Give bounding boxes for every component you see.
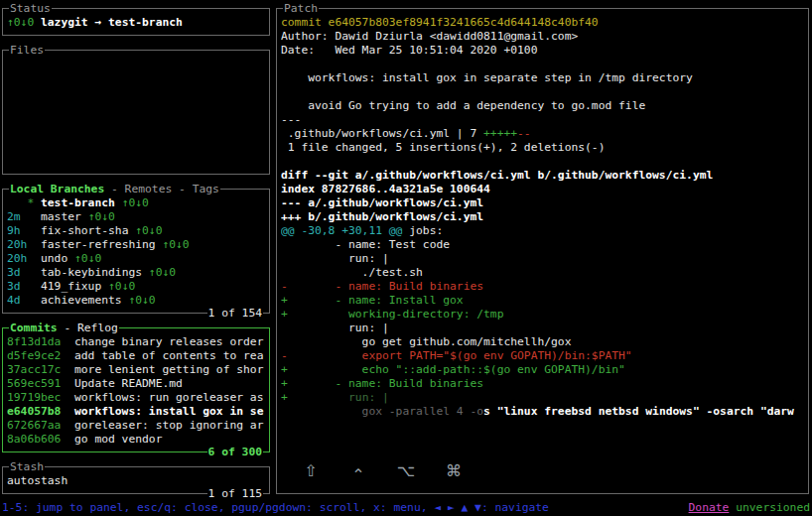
patch-panel[interactable]: Patch commit e64057b803ef8941f3241665c4d…: [276, 8, 809, 494]
text-segment: 6 of 300: [208, 446, 262, 458]
patch-line: --- a/.github/workflows/ci.yml: [281, 196, 807, 210]
text-segment: avoid Go trying to add a dependency to g…: [281, 99, 645, 112]
branches-panel-title[interactable]: Local Branches - Remotes - Tags: [9, 183, 220, 196]
status-panel-title: Status: [9, 2, 52, 16]
patch-line: index 87827686..4a321a5e 100644: [281, 183, 807, 196]
text-segment: ⇧: [301, 460, 321, 482]
text-segment: 1 of 115: [208, 487, 262, 500]
branch-row[interactable]: 2m master ↑0↓0: [7, 210, 268, 224]
branch-row[interactable]: 3d tab-keybindings ↑0↓0: [7, 266, 268, 280]
text-segment: diff --git a/.github/workflows/ci.yml b/…: [281, 169, 713, 182]
branch-row[interactable]: 4d achievements ↑0↓0: [7, 294, 268, 308]
patch-line: + run: |: [281, 391, 807, 405]
text-segment: more lenient getting of shor: [74, 363, 263, 376]
text-segment: faster-refreshing: [41, 238, 162, 251]
donate-link[interactable]: Donate: [689, 501, 730, 514]
branch-row[interactable]: 20h undo ↑0↓0: [7, 252, 268, 266]
text-segment: 3d: [7, 266, 41, 279]
status-line: ↑0↓0 lazygit → test-branch: [7, 16, 268, 30]
text-segment: - Remotes - Tags: [104, 183, 219, 195]
patch-panel-title: Patch: [283, 2, 319, 16]
text-segment: ↑0↓0: [128, 294, 155, 307]
patch-line: +++ b/.github/workflows/ci.yml: [281, 210, 807, 224]
keybinding-hints: 1-5: jump to panel, esc/q: close, pgup/p…: [2, 501, 549, 515]
text-segment: 20h: [7, 252, 41, 265]
text-segment: 8a06b606: [7, 433, 74, 446]
text-segment: + - name: Build binaries: [281, 377, 483, 390]
patch-line: ---: [281, 113, 807, 127]
text-segment: d5fe9ce2: [7, 349, 74, 362]
commit-row[interactable]: 569ec591 Update README.md: [7, 377, 268, 391]
patch-line: ./test.sh: [281, 266, 807, 280]
text-segment: 419_fixup: [41, 280, 108, 293]
commit-row[interactable]: 37acc17c more lenient getting of shor: [7, 363, 268, 377]
keycast-overlay: ⇧⌃⌥⌘: [301, 460, 491, 482]
branches-content: * test-branch ↑0↓02m master ↑0↓09h fix-s…: [7, 196, 268, 308]
patch-line: commit e64057b803ef8941f3241665c4d644148…: [281, 16, 807, 30]
text-segment: autostash: [7, 474, 68, 487]
patch-line: + - name: Build binaries: [281, 377, 807, 391]
text-segment: --- a/.github/workflows/ci.yml: [281, 196, 483, 209]
patch-line: diff --git a/.github/workflows/ci.yml b/…: [281, 169, 807, 183]
branches-count: 1 of 154: [207, 307, 263, 321]
commits-panel-title[interactable]: Commits - Reflog: [9, 322, 119, 335]
patch-line: .github/workflows/ci.yml | 7 +++++--: [281, 127, 807, 141]
text-segment: ↑0↓0: [149, 266, 176, 279]
text-segment: gox -parallel 4 -o: [281, 405, 483, 418]
text-segment: + - name: Install gox: [281, 294, 464, 307]
commits-content: 8f13d1da change binary releases orderd5f…: [7, 335, 268, 447]
commit-row[interactable]: 8f13d1da change binary releases order: [7, 335, 268, 349]
stash-row[interactable]: autostash: [7, 474, 268, 488]
stash-count: 1 of 115: [207, 487, 263, 501]
text-segment: 1-5: jump to panel, esc/q: close, pgup/p…: [2, 501, 549, 514]
text-segment: unversioned: [729, 501, 810, 514]
patch-line: - - name: Build binaries: [281, 280, 807, 294]
text-segment: *: [7, 196, 41, 209]
commits-panel[interactable]: Commits - Reflog 8f13d1da change binary …: [2, 327, 270, 452]
patch-line: - name: Test code: [281, 238, 807, 252]
files-panel[interactable]: Files: [2, 50, 270, 175]
branch-row[interactable]: 9h fix-short-sha ↑0↓0: [7, 224, 268, 238]
commit-row[interactable]: d5fe9ce2 add table of contents to rea: [7, 349, 268, 363]
text-segment: e64057b8: [7, 405, 74, 418]
text-segment: Files: [10, 44, 44, 57]
text-segment: ./test.sh: [281, 266, 423, 279]
commit-row[interactable]: e64057b8 workflows: install gox in se: [7, 405, 268, 419]
patch-line: [281, 155, 807, 169]
branch-row[interactable]: 3d 419_fixup ↑0↓0: [7, 280, 268, 294]
text-segment: Patch: [284, 2, 318, 15]
text-segment: + echo "::add-path::$(go env GOPATH)/bin…: [281, 363, 625, 376]
text-segment: ↑0↓0: [88, 210, 115, 223]
commit-row[interactable]: 19719bec workflows: run goreleaser as: [7, 391, 268, 405]
text-segment: ↑0↓0: [162, 238, 189, 251]
patch-line: + working-directory: /tmp: [281, 308, 807, 322]
text-segment: - - name: Build binaries: [281, 280, 483, 293]
text-segment: fix-short-sha: [41, 224, 135, 237]
patch-line: run: |: [281, 322, 807, 335]
commit-row[interactable]: 672667aa goreleaser: stop ignoring ar: [7, 419, 268, 433]
statusbar-right: Donate unversioned: [689, 501, 810, 515]
commit-row[interactable]: 8a06b606 go mod vendor: [7, 433, 268, 447]
patch-line: 1 file changed, 5 insertions(+), 2 delet…: [281, 141, 807, 155]
stash-content: autostash: [7, 474, 268, 488]
status-panel[interactable]: Status ↑0↓0 lazygit → test-branch: [2, 8, 270, 36]
branch-row[interactable]: * test-branch ↑0↓0: [7, 196, 268, 210]
branch-row[interactable]: 20h faster-refreshing ↑0↓0: [7, 238, 268, 252]
patch-line: workflows: install gox in separate step …: [281, 71, 807, 85]
text-segment: Commits: [10, 322, 58, 334]
stash-panel[interactable]: Stash autostash 1 of 115: [2, 466, 270, 494]
patch-line: + echo "::add-path::$(go env GOPATH)/bin…: [281, 363, 807, 377]
text-segment: +++++: [483, 127, 517, 140]
branches-panel[interactable]: Local Branches - Remotes - Tags * test-b…: [2, 189, 270, 314]
patch-line: run: |: [281, 252, 807, 266]
text-segment: .github/workflows/ci.yml | 7: [281, 127, 483, 140]
text-segment: achievements: [41, 294, 128, 307]
text-segment: ↑0↓0: [7, 16, 34, 29]
text-segment: 1 of 154: [208, 307, 262, 320]
text-segment: run: |: [281, 322, 389, 334]
text-segment: workflows: run goreleaser as: [74, 391, 263, 404]
text-segment: 37acc17c: [7, 363, 74, 376]
text-segment: change binary releases order: [74, 335, 263, 348]
text-segment: undo: [41, 252, 74, 265]
text-segment: workflows: install gox in se: [74, 405, 263, 418]
